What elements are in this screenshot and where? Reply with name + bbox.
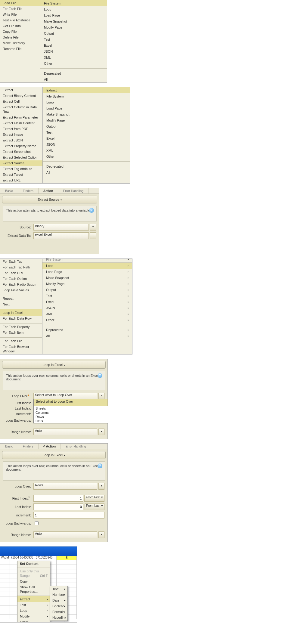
menu-item[interactable]: Loop Field Values [0, 287, 42, 293]
menu-item-load-file[interactable]: Load File [0, 0, 40, 6]
menu-item[interactable]: For Each URL [0, 270, 42, 276]
category-deprecated[interactable]: Deprecated [42, 327, 132, 333]
category-item[interactable]: Make Snapshot [42, 275, 132, 281]
input-first-index[interactable] [33, 495, 83, 502]
help-icon[interactable]: ? [98, 463, 102, 468]
dropdown-option[interactable]: Select what to Loop Over [34, 399, 108, 406]
dropdown-option[interactable]: Sheets [34, 406, 108, 410]
tab-basic[interactable]: Basic [0, 188, 18, 194]
menu-item[interactable]: For Each Item [0, 330, 42, 336]
dropdown-icon[interactable]: ▾ [98, 531, 104, 538]
menu-item[interactable]: For Each Radio Button [0, 282, 42, 287]
menu-item-extract-source[interactable]: Extract Source [0, 160, 42, 166]
menu-item[interactable]: Extract Screenshot [0, 149, 42, 155]
menu-item[interactable]: For Each Browser Window [0, 344, 42, 354]
cell[interactable]: 7153473 [10, 556, 19, 560]
dropdown-icon[interactable]: ▴ [98, 393, 104, 399]
select-loop-over[interactable]: Rows [33, 483, 97, 490]
tab-error-handling[interactable]: Error Handling [58, 188, 89, 194]
category-item[interactable]: Load Page [42, 269, 132, 275]
ctx-test[interactable]: Test▸ [17, 602, 50, 608]
menu-item[interactable]: For Each Property [0, 323, 42, 330]
menu-item[interactable]: For Each Tag [0, 259, 42, 265]
checkbox-loop-backwards[interactable] [35, 521, 39, 525]
menu-item[interactable]: Extract Form Parameter [0, 115, 42, 120]
sub-formula[interactable]: Formula▸ [50, 609, 67, 615]
category-deprecated[interactable]: Deprecated [43, 163, 130, 169]
sub-boolean[interactable]: Boolean▸ [50, 603, 67, 609]
cell[interactable]: 53400933 [19, 556, 35, 560]
ctx-loop[interactable]: Loop▸ [17, 608, 50, 614]
ctx-copy[interactable]: Copy [17, 579, 50, 584]
category-item[interactable]: Make Snapshot [40, 18, 107, 24]
category-item[interactable]: Load Page [40, 12, 107, 18]
tab-finders[interactable]: Finders [18, 188, 39, 194]
menu-item[interactable]: Extract [0, 87, 42, 93]
category-item[interactable]: Make Snapshot [43, 111, 130, 117]
dropdown-icon[interactable]: ▾ [90, 224, 96, 231]
select-extract-to[interactable]: excel.Excel [33, 232, 89, 239]
category-extract[interactable]: Extract [43, 87, 130, 93]
category-item[interactable]: Modify Page [43, 117, 130, 123]
category-item[interactable]: Excel [43, 135, 130, 141]
ctx-set-content[interactable]: Set Content [17, 561, 50, 567]
tab-error-handling[interactable]: Error Handling [61, 444, 91, 449]
select-source[interactable]: Binary [33, 224, 89, 231]
menu-item[interactable]: Extract Property Name [0, 143, 42, 149]
category-all[interactable]: All [42, 333, 132, 339]
dropdown-icon[interactable]: ▾ [98, 483, 104, 490]
category-item[interactable]: Loop [40, 6, 107, 12]
category-item[interactable]: Output [40, 30, 107, 36]
menu-item[interactable]: Get File Info [0, 23, 40, 29]
category-item[interactable]: Output [42, 287, 132, 293]
dropdown-icon[interactable]: ▾ [90, 232, 96, 239]
ctx-extract[interactable]: Extract▸ [17, 596, 50, 602]
action-selector[interactable]: Loop in Excel▾ [2, 451, 106, 459]
menu-item[interactable]: Extract from PDF [0, 126, 42, 132]
tab-basic[interactable]: Basic [0, 444, 18, 449]
tab-action[interactable]: ^ Action [39, 444, 61, 449]
category-item[interactable]: Modify Page [42, 281, 132, 287]
sub-hyperlink[interactable]: Hyperlink▸ [50, 615, 67, 621]
menu-item[interactable]: For Each Tag Path [0, 265, 42, 270]
category-item[interactable]: Output [43, 123, 130, 129]
menu-item[interactable]: Make Directory [0, 40, 40, 46]
menu-item[interactable]: Extract Cell [0, 99, 42, 104]
table-row[interactable]: VALM 7153473 53400933 5713520945 [0, 556, 77, 560]
menu-item[interactable]: Write File [0, 12, 40, 17]
select-last-from[interactable]: From Last ▾ [85, 503, 104, 510]
cell[interactable]: 5 [66, 556, 68, 559]
select-loop-over[interactable]: Select what to Loop Over [33, 393, 97, 399]
menu-item[interactable]: Next [0, 302, 42, 307]
category-loop[interactable]: Loop [42, 263, 132, 269]
sub-date[interactable]: Date▸ [50, 598, 67, 603]
dropdown-icon[interactable]: ▾ [98, 429, 104, 435]
cell[interactable]: VALM [0, 556, 10, 560]
category-item[interactable]: Other [42, 317, 132, 323]
dropdown-option[interactable]: Cells [34, 419, 108, 423]
menu-item[interactable]: Extract Flash Content [0, 120, 42, 126]
help-icon[interactable]: ? [98, 373, 102, 378]
input-increment[interactable] [33, 512, 104, 519]
select-range-name[interactable]: Auto [33, 429, 97, 435]
menu-item[interactable]: Extract Binary Content [0, 93, 42, 99]
menu-item[interactable]: For Each File [0, 6, 40, 12]
category-item[interactable]: File System [43, 93, 130, 99]
category-item[interactable]: XML [40, 54, 107, 60]
ctx-other[interactable]: Other▸ [17, 619, 50, 623]
menu-item[interactable]: Extract Column in Data Row [0, 104, 42, 115]
category-item[interactable]: XML [42, 311, 132, 317]
sub-number[interactable]: Number▸ [50, 592, 67, 598]
action-selector[interactable]: Loop in Excel▾ [2, 361, 106, 369]
ctx-modify[interactable]: Modify▸ [17, 614, 50, 619]
menu-item[interactable]: For Each Option [0, 276, 42, 282]
sub-text[interactable]: Text▸ [50, 586, 67, 592]
menu-item[interactable]: Extract Target [0, 172, 42, 178]
tab-finders[interactable]: Finders [18, 444, 39, 449]
category-item[interactable]: Excel [40, 42, 107, 48]
menu-item[interactable]: Extract Image [0, 132, 42, 138]
menu-item[interactable]: For Each File [0, 337, 42, 344]
tab-action[interactable]: Action [39, 188, 58, 194]
category-item[interactable]: Loop [43, 99, 130, 105]
input-last-index[interactable] [33, 503, 83, 510]
